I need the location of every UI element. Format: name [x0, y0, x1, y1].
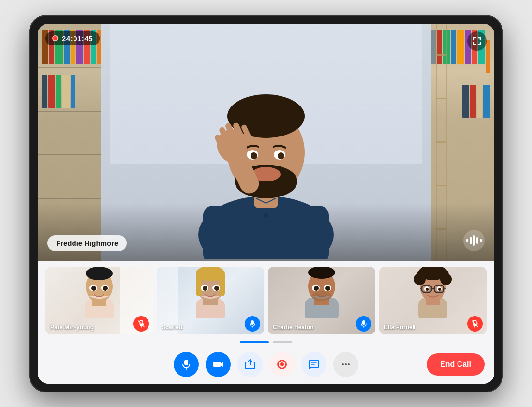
voice-bar-1 — [466, 239, 468, 242]
camera-icon — [213, 359, 223, 370]
scroll-dot-inactive — [273, 341, 292, 343]
scroll-indicators — [38, 338, 494, 347]
recording-indicator — [52, 35, 58, 41]
end-call-button[interactable]: End Call — [427, 353, 485, 376]
participant-thumb-2[interactable]: Charlie Heaton — [268, 267, 375, 334]
camera-control-button[interactable] — [206, 352, 231, 377]
svg-rect-64 — [213, 362, 221, 367]
svg-point-46 — [325, 286, 330, 291]
participant-thumb-1[interactable]: Scarlett — [157, 267, 264, 334]
more-icon — [340, 359, 351, 370]
share-icon — [245, 359, 255, 370]
controls-bar: End Call — [38, 347, 494, 384]
svg-point-55 — [439, 270, 449, 279]
bottom-section: Park Min-young — [38, 261, 494, 384]
speaker-name: Freddie Highmore — [56, 239, 118, 247]
svg-point-25 — [91, 286, 96, 291]
svg-point-61 — [426, 288, 429, 291]
svg-rect-37 — [251, 320, 254, 325]
svg-point-54 — [417, 270, 427, 279]
svg-point-41 — [308, 267, 335, 279]
svg-point-45 — [314, 286, 319, 291]
svg-point-35 — [203, 286, 207, 291]
mic-icon — [181, 359, 192, 370]
mic-button-3[interactable] — [467, 316, 483, 332]
svg-point-18 — [264, 213, 268, 218]
speaker-name-badge: Freddie Highmore — [47, 235, 127, 251]
participant-name-2: Charlie Heaton — [273, 324, 314, 331]
more-options-button[interactable] — [333, 352, 358, 377]
svg-point-10 — [278, 152, 284, 159]
svg-rect-47 — [362, 320, 365, 325]
participant-name-3: Ella Purnell — [384, 324, 415, 331]
participant-person-2 — [300, 267, 343, 320]
voice-bar-5 — [480, 239, 482, 242]
svg-point-66 — [342, 363, 344, 365]
voice-indicator — [463, 230, 485, 251]
fullscreen-button[interactable] — [467, 31, 487, 51]
participant-thumb-0[interactable]: Park Min-young — [45, 267, 153, 334]
svg-point-62 — [438, 288, 441, 291]
voice-bar-3 — [473, 235, 475, 246]
record-button[interactable] — [269, 352, 295, 377]
main-video-area: 24:01:45 Freddie Highmore — [38, 24, 494, 261]
svg-point-26 — [103, 286, 108, 291]
voice-bar-2 — [470, 237, 472, 244]
chat-button[interactable] — [301, 352, 326, 377]
mic-button-1[interactable] — [245, 316, 260, 332]
svg-point-9 — [251, 152, 257, 159]
timer-display: 24:01:45 — [62, 34, 93, 43]
fullscreen-icon — [472, 36, 482, 46]
controls-center — [174, 352, 358, 377]
record-icon — [277, 360, 287, 369]
svg-rect-63 — [184, 360, 188, 365]
participant-thumb-3[interactable]: Ella Purnell — [379, 267, 487, 334]
mic-button-2[interactable] — [356, 316, 371, 332]
tablet-shell: 24:01:45 Freddie Highmore — [29, 15, 503, 392]
recording-timer: 24:01:45 — [45, 31, 100, 45]
participant-name-1: Scarlett — [162, 324, 183, 331]
participant-person-3 — [411, 267, 455, 320]
svg-point-68 — [348, 363, 350, 365]
svg-point-67 — [345, 363, 347, 365]
svg-rect-31 — [196, 272, 202, 296]
participant-name-0: Park Min-young — [50, 324, 94, 331]
participant-person-0 — [77, 267, 121, 320]
participants-row: Park Min-young — [38, 261, 494, 338]
main-speaker-video — [174, 31, 358, 261]
chat-icon — [309, 359, 319, 370]
svg-point-22 — [86, 267, 113, 280]
scroll-dot-active — [240, 341, 269, 343]
svg-point-36 — [214, 286, 219, 291]
mic-button-0[interactable] — [133, 316, 149, 332]
svg-rect-32 — [219, 272, 225, 296]
participant-person-1 — [189, 267, 232, 320]
tablet-screen: 24:01:45 Freddie Highmore — [38, 24, 494, 384]
share-screen-button[interactable] — [237, 352, 263, 377]
mic-control-button[interactable] — [174, 352, 199, 377]
voice-bar-4 — [476, 237, 478, 244]
